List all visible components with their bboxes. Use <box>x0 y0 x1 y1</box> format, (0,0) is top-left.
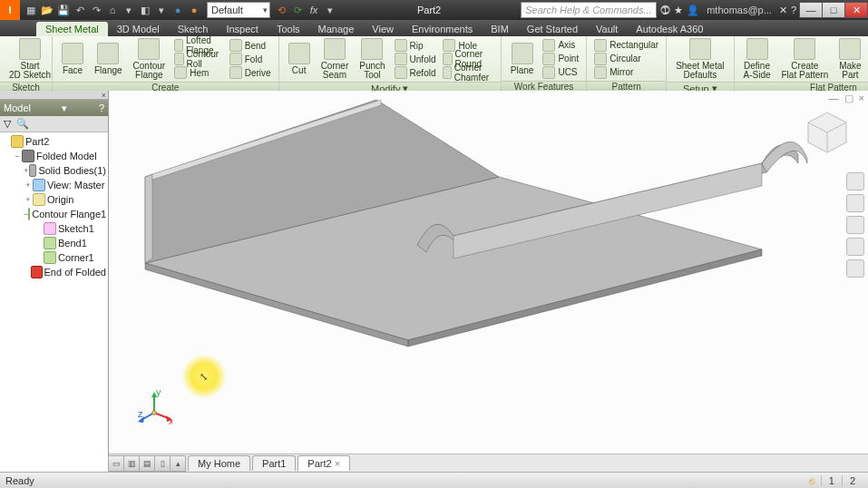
swap-icon[interactable]: ⟲ <box>274 3 288 17</box>
tab-3d-model[interactable]: 3D Model <box>108 22 169 36</box>
doctab-btn-2[interactable]: ▥ <box>123 455 140 472</box>
close-tab-icon[interactable]: × <box>335 458 340 469</box>
nav-wheel-icon[interactable] <box>846 172 864 190</box>
tree-node[interactable]: +Origin <box>2 192 106 207</box>
rectangular-pattern-button[interactable]: Rectangular <box>590 38 662 52</box>
user-icon[interactable]: 👤 <box>687 5 699 16</box>
fx-icon[interactable]: fx <box>307 3 321 17</box>
tree-node[interactable]: Part2 <box>2 134 106 149</box>
hem-button[interactable]: Hem <box>171 66 226 80</box>
appearance-icon[interactable]: ▾ <box>154 3 169 17</box>
sheet-metal-defaults-button[interactable]: Sheet Metal Defaults <box>670 38 729 80</box>
material-icon[interactable]: ◧ <box>138 3 152 17</box>
comm-center-icon[interactable]: ⓵ <box>660 5 670 15</box>
tab-a360[interactable]: Autodesk A360 <box>627 22 712 36</box>
star-icon[interactable]: ★ <box>674 5 683 16</box>
tab-sheet-metal[interactable]: Sheet Metal <box>36 22 108 36</box>
binoculars-icon[interactable]: 🔍 <box>16 118 29 130</box>
style-dropdown[interactable]: Default <box>207 2 270 18</box>
tree-node[interactable]: Corner1 <box>2 250 106 265</box>
model-tree[interactable]: Part2−Folded Model+Solid Bodies(1)+View:… <box>0 132 108 472</box>
tab-vault[interactable]: Vault <box>587 22 627 36</box>
axis-button[interactable]: Axis <box>539 38 582 52</box>
page-indicator-1[interactable]: 1 <box>821 475 842 486</box>
save-icon[interactable]: 💾 <box>56 3 71 17</box>
new-icon[interactable]: ▦ <box>24 3 38 17</box>
undo-icon[interactable]: ↶ <box>73 3 87 17</box>
mirror-button[interactable]: Mirror <box>590 65 662 79</box>
doc-tab-myhome[interactable]: My Home <box>188 455 250 471</box>
flange-button[interactable]: Flange <box>89 43 128 75</box>
point-button[interactable]: Point <box>539 52 582 65</box>
tree-node[interactable]: +View: Master <box>2 178 106 192</box>
punch-tool-button[interactable]: Punch Tool <box>354 38 390 80</box>
open-icon[interactable]: 📂 <box>40 3 54 17</box>
help-icon[interactable]: ? <box>791 5 796 15</box>
tab-get-started[interactable]: Get Started <box>518 22 587 36</box>
bend-button[interactable]: Bend <box>226 39 275 53</box>
tree-expander-icon[interactable]: + <box>24 181 33 190</box>
doctab-btn-1[interactable]: ▭ <box>108 455 124 472</box>
start-2d-sketch-button[interactable]: Start 2D Sketch <box>4 38 56 80</box>
pan-icon[interactable] <box>846 194 864 212</box>
fold-button[interactable]: Fold <box>226 53 275 66</box>
browser-close-icon[interactable]: × <box>0 91 108 100</box>
tab-sketch[interactable]: Sketch <box>169 22 218 36</box>
tab-manage[interactable]: Manage <box>309 22 364 36</box>
search-input[interactable]: Search Help & Commands... <box>521 2 657 18</box>
tree-node[interactable]: +Solid Bodies(1) <box>2 163 106 178</box>
page-indicator-2[interactable]: 2 <box>842 475 863 486</box>
status-icon[interactable]: ⎋ <box>809 475 815 486</box>
qat-dd-icon[interactable]: ▾ <box>323 3 337 17</box>
contour-roll-button[interactable]: Contour Roll <box>171 53 226 66</box>
tab-inspect[interactable]: Inspect <box>217 22 267 36</box>
doctab-btn-4[interactable]: ▯ <box>154 455 171 472</box>
tab-environments[interactable]: Environments <box>403 22 482 36</box>
orbit-icon[interactable] <box>846 238 864 256</box>
minimize-button[interactable]: — <box>799 2 823 18</box>
tree-node[interactable]: End of Folded <box>2 265 106 279</box>
corner-chamfer-button[interactable]: Corner Chamfer <box>439 66 496 80</box>
corner-seam-button[interactable]: Corner Seam <box>316 38 355 80</box>
globe-orange-icon[interactable]: ● <box>187 3 201 17</box>
user-label[interactable]: mthomas@p... <box>703 5 775 15</box>
define-aside-button[interactable]: Define A-Side <box>738 38 776 80</box>
doctab-btn-3[interactable]: ▤ <box>139 455 155 472</box>
browser-header[interactable]: Model ▾ ? <box>0 100 108 116</box>
create-flat-pattern-button[interactable]: Create Flat Pattern <box>776 38 834 80</box>
app-icon[interactable]: I <box>0 0 20 20</box>
tree-node[interactable]: −Folded Model <box>2 149 106 163</box>
tree-node[interactable]: Bend1 <box>2 236 106 250</box>
tree-expander-icon[interactable]: − <box>13 151 22 161</box>
refresh-icon[interactable]: ⟳ <box>290 3 305 17</box>
zoom-icon[interactable] <box>846 216 864 234</box>
ucs-button[interactable]: UCS <box>539 65 582 79</box>
face-button[interactable]: Face <box>56 43 89 75</box>
tab-tools[interactable]: Tools <box>268 22 309 36</box>
lookat-icon[interactable] <box>846 259 864 278</box>
doc-tab-part2[interactable]: Part2 × <box>297 455 350 471</box>
maximize-button[interactable]: □ <box>822 2 845 18</box>
contour-flange-button[interactable]: Contour Flange <box>128 38 171 80</box>
rip-button[interactable]: Rip <box>391 39 440 53</box>
tree-expander-icon[interactable]: + <box>24 195 33 204</box>
viewport[interactable]: — ▢ × <box>109 91 868 472</box>
refold-button[interactable]: Refold <box>391 66 440 80</box>
derive-button[interactable]: Derive <box>226 66 275 80</box>
view-cube[interactable] <box>805 109 850 154</box>
browser-options-icon[interactable]: ? <box>99 102 104 113</box>
redo-icon[interactable]: ↷ <box>89 3 103 17</box>
circular-pattern-button[interactable]: Circular <box>590 52 662 65</box>
select-dd-icon[interactable]: ▾ <box>122 3 136 17</box>
doctab-scroll-icon[interactable]: ▴ <box>170 455 186 472</box>
tab-view[interactable]: View <box>363 22 403 36</box>
home-icon[interactable]: ⌂ <box>105 3 120 17</box>
unfold-button[interactable]: Unfold <box>391 53 440 66</box>
tree-expander-icon[interactable]: + <box>24 166 29 175</box>
tab-bim[interactable]: BIM <box>482 22 518 36</box>
plane-button[interactable]: Plane <box>505 43 540 75</box>
close-button[interactable]: ✕ <box>844 2 868 18</box>
signout-icon[interactable]: ✕ <box>779 5 787 16</box>
make-part-button[interactable]: Make Part <box>834 38 866 80</box>
globe-blue-icon[interactable]: ● <box>171 3 185 17</box>
